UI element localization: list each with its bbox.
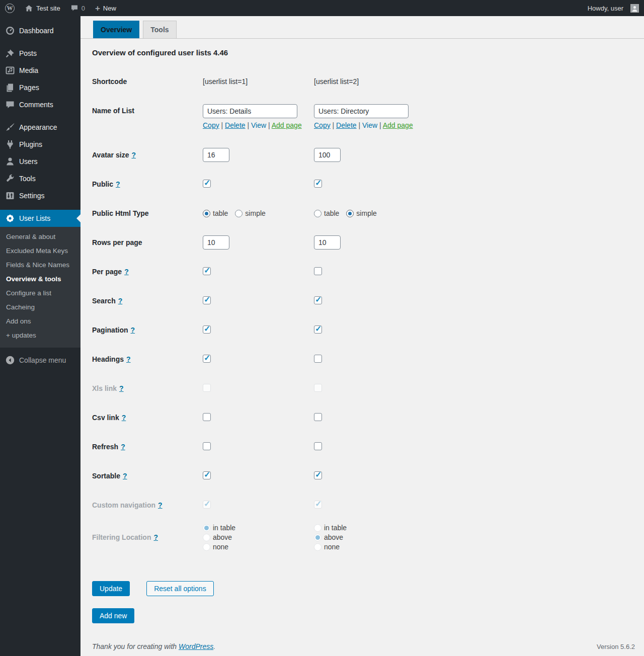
public-html-type-radio-table-1[interactable] xyxy=(203,210,210,217)
refresh-checkbox-1[interactable] xyxy=(203,442,211,450)
search-checkbox-2[interactable] xyxy=(314,296,322,304)
submenu-item-general-about[interactable]: General & about xyxy=(0,230,80,244)
cell-csv-link-list1 xyxy=(203,413,314,423)
help-link-csv-link[interactable]: ? xyxy=(122,414,126,422)
sidebar-item-plugins[interactable]: Plugins xyxy=(0,136,80,153)
delete-link-list1[interactable]: Delete xyxy=(225,121,245,129)
help-link-sortable[interactable]: ? xyxy=(123,472,127,480)
tab-bar: OverviewTools xyxy=(80,21,644,39)
view-link-list1[interactable]: View xyxy=(251,121,266,129)
sidebar-item-dashboard[interactable]: Dashboard xyxy=(0,22,80,39)
radio-option-label: in table xyxy=(324,524,347,532)
avatar-size-input-2[interactable] xyxy=(314,148,341,162)
public-checkbox-2[interactable] xyxy=(314,180,322,188)
cell-filtering-location-list2: in tableabovenone xyxy=(314,524,644,551)
delete-link-list2[interactable]: Delete xyxy=(336,121,356,129)
help-link-per-page[interactable]: ? xyxy=(124,268,129,276)
add-page-link-list1[interactable]: Add page xyxy=(272,121,302,129)
public-html-type-radio-simple-2[interactable] xyxy=(346,210,354,217)
sidebar-item-posts[interactable]: Posts xyxy=(0,45,80,62)
pagination-checkbox-2[interactable] xyxy=(314,325,322,334)
sortable-checkbox-1[interactable] xyxy=(203,471,211,479)
cell-avatar-size-list1 xyxy=(203,148,314,162)
wordpress-link[interactable]: WordPress xyxy=(179,642,213,650)
sidebar-item-user-lists[interactable]: User Lists xyxy=(0,210,80,227)
submenu-item-configure-a-list[interactable]: Configure a list xyxy=(0,286,80,300)
per-page-checkbox-1[interactable] xyxy=(203,267,211,275)
radio-option-label: simple xyxy=(245,209,265,217)
add-page-link-list2[interactable]: Add page xyxy=(383,121,413,129)
public-html-type-radio-simple-1[interactable] xyxy=(235,210,243,217)
help-link-public[interactable]: ? xyxy=(116,180,120,188)
csv-link-checkbox-1[interactable] xyxy=(203,413,211,421)
pagination-checkbox-1[interactable] xyxy=(203,325,211,334)
filtering-location-radio-group-2: in tableabovenone xyxy=(314,524,644,551)
copy-link-list1[interactable]: Copy xyxy=(203,121,219,129)
sidebar-item-settings[interactable]: Settings xyxy=(0,187,80,204)
help-link-headings[interactable]: ? xyxy=(126,355,131,363)
update-button[interactable]: Update xyxy=(92,581,130,596)
submenu-item-overview-tools[interactable]: Overview & tools xyxy=(0,272,80,286)
sidebar-item-users[interactable]: Users xyxy=(0,153,80,170)
form-row-headings: Headings? xyxy=(92,345,644,374)
sidebar-menu: DashboardPostsMediaPagesCommentsAppearan… xyxy=(0,22,80,348)
refresh-checkbox-2[interactable] xyxy=(314,442,322,450)
tab-overview[interactable]: Overview xyxy=(93,21,139,38)
help-link-custom-navigation[interactable]: ? xyxy=(158,501,163,509)
sidebar-item-appearance[interactable]: Appearance xyxy=(0,119,80,136)
search-checkbox-1[interactable] xyxy=(203,296,211,304)
sortable-checkbox-2[interactable] xyxy=(314,471,322,479)
help-link-filtering-location[interactable]: ? xyxy=(153,533,158,541)
site-name-button[interactable]: Test site xyxy=(20,0,65,16)
sidebar-item-label: Posts xyxy=(19,49,37,57)
radio-option: none xyxy=(203,543,314,551)
help-link-avatar-size[interactable]: ? xyxy=(131,151,136,159)
public-checkbox-1[interactable] xyxy=(203,180,211,188)
add-new-button[interactable]: Add new xyxy=(92,608,134,623)
headings-checkbox-2[interactable] xyxy=(314,355,322,363)
menu-separator xyxy=(0,204,80,210)
headings-checkbox-1[interactable] xyxy=(203,355,211,363)
sidebar-item-tools[interactable]: Tools xyxy=(0,170,80,187)
plus-icon: + xyxy=(95,4,100,13)
my-account-button[interactable]: Howdy, user xyxy=(583,0,644,16)
per-page-checkbox-2[interactable] xyxy=(314,267,322,275)
radio-option-label: none xyxy=(213,543,228,551)
submenu-item-cacheing[interactable]: Cacheing xyxy=(0,300,80,314)
sidebar-item-media[interactable]: Media xyxy=(0,62,80,79)
user-lists-form: Shortcode[userlist list=1][userlist list… xyxy=(92,67,644,555)
filtering-location-radio-none-2 xyxy=(314,543,321,551)
new-content-button[interactable]: + New xyxy=(90,0,121,16)
submenu-item-fields-nice-names[interactable]: Fields & Nice Names xyxy=(0,258,80,272)
name-of-list-input-1[interactable] xyxy=(203,104,297,118)
name-of-list-input-2[interactable] xyxy=(314,104,409,118)
submenu-item-excluded-meta-keys[interactable]: Excluded Meta Keys xyxy=(0,244,80,258)
submenu-item-updates[interactable]: + updates xyxy=(0,329,80,343)
sidebar-item-pages[interactable]: Pages xyxy=(0,79,80,96)
public-html-type-radio-group-1: tablesimple xyxy=(203,209,314,217)
help-link-refresh[interactable]: ? xyxy=(121,443,125,451)
custom-navigation-checkbox-1 xyxy=(203,501,211,509)
view-link-list2[interactable]: View xyxy=(362,121,377,129)
csv-link-checkbox-2[interactable] xyxy=(314,413,322,421)
submenu-item-add-ons[interactable]: Add ons xyxy=(0,314,80,329)
collapse-menu-button[interactable]: Collapse menu xyxy=(0,352,80,369)
radio-option: simple xyxy=(235,209,265,217)
reset-all-options-button[interactable]: Reset all options xyxy=(146,581,214,596)
help-link-pagination[interactable]: ? xyxy=(131,326,135,334)
public-html-type-radio-table-2[interactable] xyxy=(314,210,321,217)
wp-logo-button[interactable]: W xyxy=(0,0,20,16)
cell-name-of-list-list1: Copy | Delete | View | Add page xyxy=(203,96,314,129)
comments-admin-bar-button[interactable]: 0 xyxy=(65,0,90,16)
rows-per-page-input-2[interactable] xyxy=(314,235,341,250)
sidebar-item-label: Comments xyxy=(19,101,53,109)
help-link-xls-link[interactable]: ? xyxy=(119,384,124,392)
sidebar-item-comments[interactable]: Comments xyxy=(0,96,80,113)
xls-link-checkbox-2 xyxy=(314,384,322,392)
rows-per-page-input-1[interactable] xyxy=(203,235,229,250)
help-link-search[interactable]: ? xyxy=(118,297,123,305)
list-action-links-1: Copy | Delete | View | Add page xyxy=(203,121,314,129)
copy-link-list2[interactable]: Copy xyxy=(314,121,331,129)
tab-tools[interactable]: Tools xyxy=(143,21,176,38)
avatar-size-input-1[interactable] xyxy=(203,148,229,162)
